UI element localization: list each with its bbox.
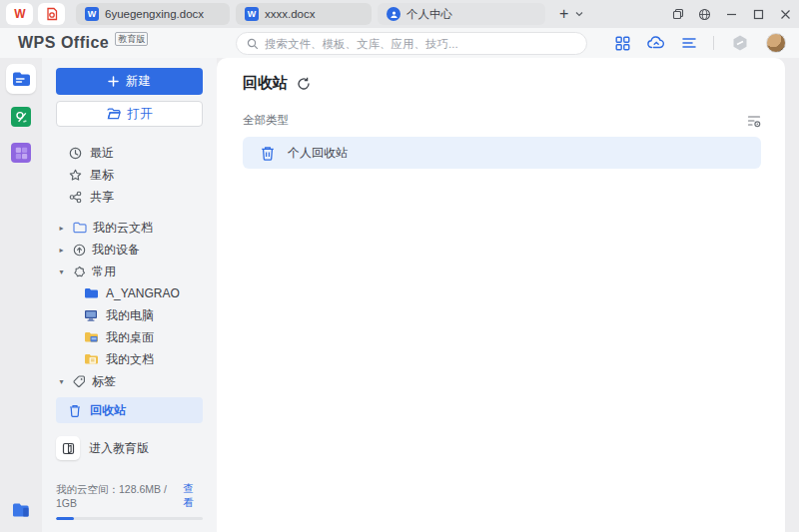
- open-document-button[interactable]: 打开: [56, 101, 203, 127]
- app-body: 新建 打开 最近 星标 共享 ▸ 我的云文档: [0, 58, 799, 532]
- row-label: 个人回收站: [288, 145, 348, 162]
- list-header-row: 全部类型: [243, 113, 761, 128]
- cloud-storage-line: 我的云空间：128.6MB / 1GB 查看: [56, 482, 203, 510]
- sidebar-footer: 进入教育版 我的云空间：128.6MB / 1GB 查看: [56, 436, 203, 520]
- page-title-row: 回收站: [243, 74, 761, 93]
- enter-education-button[interactable]: 进入教育版: [56, 436, 203, 460]
- chevron-right-icon[interactable]: ▸: [56, 224, 67, 233]
- divider: [713, 36, 714, 50]
- rail-file-manager-icon[interactable]: [11, 501, 31, 518]
- item-label: 我的云文档: [93, 220, 153, 237]
- globe-icon[interactable]: [691, 0, 718, 28]
- word-doc-icon: W: [85, 7, 99, 21]
- sidebar-item-recent[interactable]: 最近: [56, 142, 203, 164]
- education-icon: [56, 436, 80, 460]
- computer-icon: [84, 309, 98, 321]
- clock-icon: [69, 147, 82, 160]
- member-badge-icon[interactable]: [731, 34, 749, 52]
- star-icon: [69, 169, 82, 182]
- search-icon: [247, 38, 259, 50]
- tree-item-folder-a-yangrao[interactable]: A_YANGRAO: [56, 282, 203, 304]
- tab-label: 个人中心: [406, 7, 452, 22]
- item-label: 共享: [90, 189, 114, 206]
- sidebar-item-recycle-bin[interactable]: 回收站: [56, 397, 203, 423]
- new-document-button[interactable]: 新建: [56, 68, 203, 95]
- tab-label: 6yuegengxing.docx: [105, 8, 204, 20]
- apps-grid-icon[interactable]: [615, 36, 630, 51]
- sidebar-item-starred[interactable]: 星标: [56, 164, 203, 186]
- edition-badge: 教育版: [115, 32, 148, 46]
- item-label: 星标: [90, 167, 114, 184]
- tab-document-2[interactable]: W xxxx.docx: [236, 3, 372, 25]
- close-button[interactable]: [772, 0, 799, 28]
- tab-label: xxxx.docx: [265, 8, 316, 20]
- home-sidebar: 新建 打开 最近 星标 共享 ▸ 我的云文档: [42, 58, 217, 532]
- quick-nav: 最近 星标 共享: [56, 142, 203, 208]
- new-button-label: 新建: [126, 73, 151, 90]
- cloud-sync-icon[interactable]: [647, 36, 665, 50]
- user-icon: [387, 7, 400, 21]
- item-label: 我的设备: [92, 242, 140, 259]
- trash-icon: [69, 404, 81, 417]
- item-label: 我的文档: [106, 351, 154, 368]
- tab-personal-center[interactable]: 个人中心: [378, 3, 545, 25]
- app-header: WPS Office 教育版: [0, 28, 799, 58]
- docer-tile[interactable]: [38, 3, 65, 25]
- window-titlebar: W W 6yuegengxing.docx W xxxx.docx 个人中心 +: [0, 0, 799, 28]
- share-icon: [69, 191, 82, 204]
- new-tab-button[interactable]: +: [559, 6, 568, 22]
- tab-document-1[interactable]: W 6yuegengxing.docx: [76, 3, 230, 25]
- item-label: A_YANGRAO: [106, 286, 180, 300]
- search-input[interactable]: [265, 38, 576, 50]
- folder-icon: [84, 287, 98, 299]
- header-actions: [615, 33, 786, 53]
- refresh-icon[interactable]: [297, 77, 311, 91]
- menu-hamburger-icon[interactable]: [682, 37, 696, 49]
- desktop-folder-icon: [84, 331, 98, 343]
- storage-progress-fill: [56, 517, 74, 520]
- tree-item-my-desktop[interactable]: 我的桌面: [56, 326, 203, 348]
- module-rail: [0, 58, 42, 532]
- item-label: 常用: [92, 264, 116, 280]
- list-settings-icon[interactable]: [747, 114, 761, 128]
- window-controls: [664, 0, 799, 28]
- tag-icon: [73, 375, 86, 388]
- tab-list-chevron-down-icon[interactable]: [575, 11, 583, 17]
- minimize-button[interactable]: [718, 0, 745, 28]
- page-title: 回收站: [243, 74, 288, 93]
- chevron-right-icon[interactable]: ▸: [56, 246, 67, 255]
- word-doc-icon: W: [245, 7, 259, 21]
- filter-type-label[interactable]: 全部类型: [243, 113, 289, 128]
- item-label: 进入教育版: [89, 440, 149, 457]
- item-label: 最近: [90, 145, 114, 162]
- rail-documents-icon[interactable]: [6, 64, 36, 94]
- docs-folder-icon: [84, 353, 98, 365]
- tree-item-frequent[interactable]: ▾ 常用: [56, 261, 203, 282]
- storage-view-link[interactable]: 查看: [183, 482, 203, 510]
- tree-item-my-devices[interactable]: ▸ 我的设备: [56, 239, 203, 261]
- docer-icon: [45, 7, 59, 21]
- maximize-button[interactable]: [745, 0, 772, 28]
- rail-education-icon[interactable]: [11, 107, 31, 127]
- user-avatar[interactable]: [766, 33, 786, 53]
- chevron-down-icon[interactable]: ▾: [56, 377, 67, 386]
- recycle-bin-panel: 回收站 全部类型 个人回收站: [217, 58, 785, 532]
- wps-logo-tile[interactable]: W: [6, 3, 33, 25]
- sidebar-item-shared[interactable]: 共享: [56, 186, 203, 208]
- tree-item-my-computer[interactable]: 我的电脑: [56, 304, 203, 326]
- recycle-bin-list-row[interactable]: 个人回收站: [243, 137, 761, 169]
- item-label: 标签: [92, 373, 116, 390]
- item-label: 回收站: [90, 402, 126, 419]
- wps-logo-icon: W: [14, 7, 24, 21]
- trash-icon: [261, 146, 275, 161]
- tree-item-cloud-docs[interactable]: ▸ 我的云文档: [56, 217, 203, 239]
- pin-star-icon: [73, 266, 86, 278]
- open-folder-icon: [107, 108, 121, 120]
- tree-item-tags[interactable]: ▾ 标签: [56, 370, 203, 392]
- global-search[interactable]: [236, 32, 587, 55]
- window-layout-icon[interactable]: [664, 0, 691, 28]
- tree-item-my-documents[interactable]: 我的文档: [56, 348, 203, 370]
- rail-apps-icon[interactable]: [11, 143, 31, 163]
- open-button-label: 打开: [128, 106, 153, 123]
- chevron-down-icon[interactable]: ▾: [56, 267, 67, 276]
